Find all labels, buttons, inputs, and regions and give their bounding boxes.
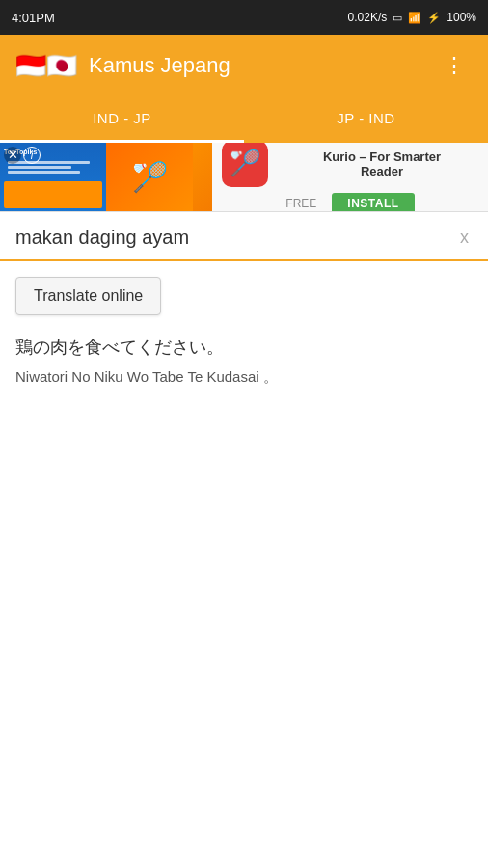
more-options-icon[interactable]: ⋮ — [436, 49, 473, 82]
status-bar: 4:01PM 0.02K/s ▭ 📶 ⚡ 100% — [0, 0, 488, 35]
ad-free-label: FREE — [285, 197, 316, 210]
tabs-bar: IND - JP JP - IND — [0, 96, 488, 143]
kurio-app-icon: 🏸 — [222, 143, 268, 187]
search-clear-button[interactable]: x — [456, 226, 473, 250]
tab-ind-jp[interactable]: IND - JP — [0, 96, 244, 143]
app-bar: 🇮🇩🇯🇵 Kamus Jepang ⋮ — [0, 35, 488, 96]
battery-level: 100% — [447, 11, 476, 24]
flag-icons: 🇮🇩🇯🇵 — [15, 53, 77, 78]
translation-romanji: Niwatori No Niku Wo Tabe Te Kudasai 。 — [15, 366, 473, 389]
content-area: Translate online 鶏の肉を食べてください。 Niwatori N… — [0, 261, 488, 404]
ad-image-left: TopTopiks 🏸 ✕ i — [0, 143, 212, 212]
tab-jp-ind[interactable]: JP - IND — [244, 96, 488, 143]
translation-japanese: 鶏の肉を食べてください。 — [15, 335, 473, 361]
ad-content-right: 🏸 Kurio – For SmarterReader FREE INSTALL — [212, 143, 488, 212]
app-bar-left: 🇮🇩🇯🇵 Kamus Jepang — [15, 53, 230, 78]
charging-icon: ⚡ — [427, 12, 441, 24]
search-input[interactable] — [15, 227, 456, 249]
ad-info-icon[interactable]: i — [23, 147, 41, 164]
search-area: x — [0, 212, 488, 261]
status-time: 4:01PM — [12, 11, 55, 25]
status-right: 0.02K/s ▭ 📶 ⚡ 100% — [348, 11, 476, 24]
sd-card-icon: ▭ — [393, 12, 402, 24]
translate-online-button[interactable]: Translate online — [15, 277, 161, 315]
ad-banner: TopTopiks 🏸 ✕ i 🏸 Kurio – For S — [0, 143, 488, 212]
network-speed: 0.02K/s — [348, 11, 388, 24]
ad-brand-name: Kurio – For SmarterReader — [285, 149, 478, 178]
signal-icon: 📶 — [408, 12, 421, 24]
app-title: Kamus Jepang — [89, 53, 230, 78]
ad-install-button[interactable]: INSTALL — [332, 193, 414, 213]
ad-close-icon[interactable]: ✕ — [4, 147, 21, 164]
